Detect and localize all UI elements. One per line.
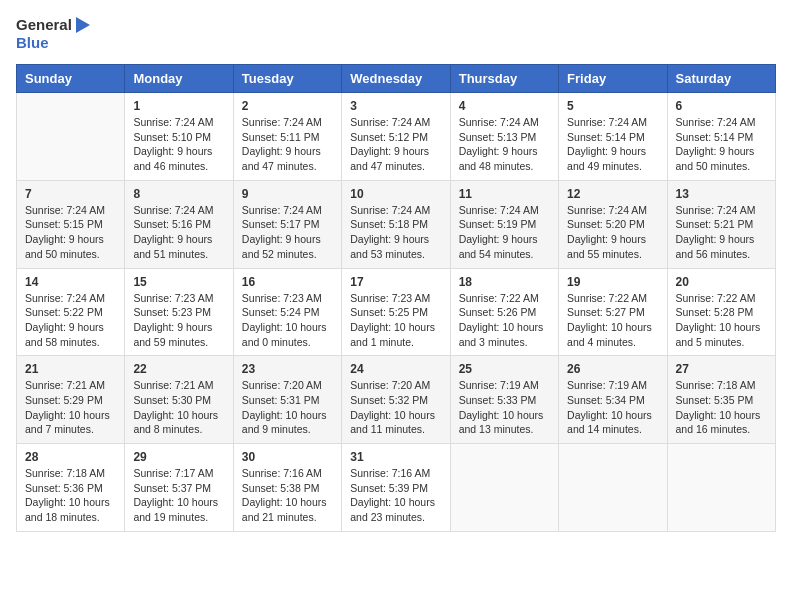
day-number: 24 (350, 362, 441, 376)
day-number: 18 (459, 275, 550, 289)
day-number: 4 (459, 99, 550, 113)
calendar-cell: 20Sunrise: 7:22 AM Sunset: 5:28 PM Dayli… (667, 268, 775, 356)
weekday-header-row: SundayMondayTuesdayWednesdayThursdayFrid… (17, 65, 776, 93)
weekday-header-thursday: Thursday (450, 65, 558, 93)
day-number: 22 (133, 362, 224, 376)
weekday-header-tuesday: Tuesday (233, 65, 341, 93)
day-number: 10 (350, 187, 441, 201)
day-info: Sunrise: 7:24 AM Sunset: 5:18 PM Dayligh… (350, 203, 441, 262)
day-info: Sunrise: 7:24 AM Sunset: 5:21 PM Dayligh… (676, 203, 767, 262)
calendar-cell: 6Sunrise: 7:24 AM Sunset: 5:14 PM Daylig… (667, 93, 775, 181)
page-header: General Blue (16, 16, 776, 52)
calendar-cell: 18Sunrise: 7:22 AM Sunset: 5:26 PM Dayli… (450, 268, 558, 356)
day-number: 6 (676, 99, 767, 113)
day-number: 8 (133, 187, 224, 201)
calendar-cell: 25Sunrise: 7:19 AM Sunset: 5:33 PM Dayli… (450, 356, 558, 444)
calendar-cell: 3Sunrise: 7:24 AM Sunset: 5:12 PM Daylig… (342, 93, 450, 181)
day-number: 9 (242, 187, 333, 201)
day-info: Sunrise: 7:22 AM Sunset: 5:27 PM Dayligh… (567, 291, 658, 350)
calendar-cell: 4Sunrise: 7:24 AM Sunset: 5:13 PM Daylig… (450, 93, 558, 181)
logo-general-text: General (16, 16, 72, 34)
calendar-cell: 19Sunrise: 7:22 AM Sunset: 5:27 PM Dayli… (559, 268, 667, 356)
logo: General Blue (16, 16, 90, 52)
calendar-cell: 14Sunrise: 7:24 AM Sunset: 5:22 PM Dayli… (17, 268, 125, 356)
week-row-3: 21Sunrise: 7:21 AM Sunset: 5:29 PM Dayli… (17, 356, 776, 444)
day-info: Sunrise: 7:24 AM Sunset: 5:15 PM Dayligh… (25, 203, 116, 262)
day-info: Sunrise: 7:17 AM Sunset: 5:37 PM Dayligh… (133, 466, 224, 525)
day-number: 12 (567, 187, 658, 201)
week-row-4: 28Sunrise: 7:18 AM Sunset: 5:36 PM Dayli… (17, 444, 776, 532)
day-number: 19 (567, 275, 658, 289)
day-number: 16 (242, 275, 333, 289)
day-info: Sunrise: 7:21 AM Sunset: 5:29 PM Dayligh… (25, 378, 116, 437)
week-row-1: 7Sunrise: 7:24 AM Sunset: 5:15 PM Daylig… (17, 180, 776, 268)
calendar-cell: 28Sunrise: 7:18 AM Sunset: 5:36 PM Dayli… (17, 444, 125, 532)
calendar-cell (667, 444, 775, 532)
calendar-cell: 24Sunrise: 7:20 AM Sunset: 5:32 PM Dayli… (342, 356, 450, 444)
day-info: Sunrise: 7:20 AM Sunset: 5:31 PM Dayligh… (242, 378, 333, 437)
calendar-cell: 13Sunrise: 7:24 AM Sunset: 5:21 PM Dayli… (667, 180, 775, 268)
calendar-cell: 2Sunrise: 7:24 AM Sunset: 5:11 PM Daylig… (233, 93, 341, 181)
day-number: 7 (25, 187, 116, 201)
day-info: Sunrise: 7:18 AM Sunset: 5:35 PM Dayligh… (676, 378, 767, 437)
day-number: 25 (459, 362, 550, 376)
calendar-cell: 16Sunrise: 7:23 AM Sunset: 5:24 PM Dayli… (233, 268, 341, 356)
day-number: 28 (25, 450, 116, 464)
calendar-cell: 1Sunrise: 7:24 AM Sunset: 5:10 PM Daylig… (125, 93, 233, 181)
calendar-cell: 30Sunrise: 7:16 AM Sunset: 5:38 PM Dayli… (233, 444, 341, 532)
day-number: 27 (676, 362, 767, 376)
calendar-cell: 29Sunrise: 7:17 AM Sunset: 5:37 PM Dayli… (125, 444, 233, 532)
calendar-cell (450, 444, 558, 532)
day-number: 31 (350, 450, 441, 464)
weekday-header-monday: Monday (125, 65, 233, 93)
calendar-cell: 15Sunrise: 7:23 AM Sunset: 5:23 PM Dayli… (125, 268, 233, 356)
logo-text-block: General Blue (16, 16, 90, 52)
day-info: Sunrise: 7:20 AM Sunset: 5:32 PM Dayligh… (350, 378, 441, 437)
day-info: Sunrise: 7:23 AM Sunset: 5:25 PM Dayligh… (350, 291, 441, 350)
calendar-cell: 22Sunrise: 7:21 AM Sunset: 5:30 PM Dayli… (125, 356, 233, 444)
week-row-2: 14Sunrise: 7:24 AM Sunset: 5:22 PM Dayli… (17, 268, 776, 356)
day-number: 26 (567, 362, 658, 376)
calendar-cell: 21Sunrise: 7:21 AM Sunset: 5:29 PM Dayli… (17, 356, 125, 444)
day-info: Sunrise: 7:22 AM Sunset: 5:26 PM Dayligh… (459, 291, 550, 350)
calendar-cell: 31Sunrise: 7:16 AM Sunset: 5:39 PM Dayli… (342, 444, 450, 532)
day-info: Sunrise: 7:24 AM Sunset: 5:20 PM Dayligh… (567, 203, 658, 262)
day-number: 2 (242, 99, 333, 113)
weekday-header-saturday: Saturday (667, 65, 775, 93)
day-info: Sunrise: 7:24 AM Sunset: 5:10 PM Dayligh… (133, 115, 224, 174)
logo-arrow-icon (76, 17, 90, 33)
day-info: Sunrise: 7:22 AM Sunset: 5:28 PM Dayligh… (676, 291, 767, 350)
day-info: Sunrise: 7:24 AM Sunset: 5:12 PM Dayligh… (350, 115, 441, 174)
day-info: Sunrise: 7:23 AM Sunset: 5:23 PM Dayligh… (133, 291, 224, 350)
day-info: Sunrise: 7:24 AM Sunset: 5:17 PM Dayligh… (242, 203, 333, 262)
calendar-cell (559, 444, 667, 532)
weekday-header-sunday: Sunday (17, 65, 125, 93)
calendar-cell (17, 93, 125, 181)
calendar-cell: 10Sunrise: 7:24 AM Sunset: 5:18 PM Dayli… (342, 180, 450, 268)
day-number: 21 (25, 362, 116, 376)
week-row-0: 1Sunrise: 7:24 AM Sunset: 5:10 PM Daylig… (17, 93, 776, 181)
day-info: Sunrise: 7:19 AM Sunset: 5:33 PM Dayligh… (459, 378, 550, 437)
day-number: 1 (133, 99, 224, 113)
day-info: Sunrise: 7:24 AM Sunset: 5:19 PM Dayligh… (459, 203, 550, 262)
day-info: Sunrise: 7:24 AM Sunset: 5:16 PM Dayligh… (133, 203, 224, 262)
calendar-cell: 8Sunrise: 7:24 AM Sunset: 5:16 PM Daylig… (125, 180, 233, 268)
calendar-cell: 23Sunrise: 7:20 AM Sunset: 5:31 PM Dayli… (233, 356, 341, 444)
day-number: 30 (242, 450, 333, 464)
day-number: 5 (567, 99, 658, 113)
day-info: Sunrise: 7:19 AM Sunset: 5:34 PM Dayligh… (567, 378, 658, 437)
calendar-table: SundayMondayTuesdayWednesdayThursdayFrid… (16, 64, 776, 532)
calendar-cell: 27Sunrise: 7:18 AM Sunset: 5:35 PM Dayli… (667, 356, 775, 444)
day-info: Sunrise: 7:24 AM Sunset: 5:14 PM Dayligh… (567, 115, 658, 174)
day-number: 13 (676, 187, 767, 201)
calendar-cell: 7Sunrise: 7:24 AM Sunset: 5:15 PM Daylig… (17, 180, 125, 268)
day-info: Sunrise: 7:16 AM Sunset: 5:39 PM Dayligh… (350, 466, 441, 525)
day-number: 11 (459, 187, 550, 201)
calendar-cell: 12Sunrise: 7:24 AM Sunset: 5:20 PM Dayli… (559, 180, 667, 268)
day-number: 23 (242, 362, 333, 376)
day-info: Sunrise: 7:24 AM Sunset: 5:13 PM Dayligh… (459, 115, 550, 174)
day-info: Sunrise: 7:24 AM Sunset: 5:22 PM Dayligh… (25, 291, 116, 350)
weekday-header-wednesday: Wednesday (342, 65, 450, 93)
calendar-cell: 11Sunrise: 7:24 AM Sunset: 5:19 PM Dayli… (450, 180, 558, 268)
calendar-cell: 26Sunrise: 7:19 AM Sunset: 5:34 PM Dayli… (559, 356, 667, 444)
